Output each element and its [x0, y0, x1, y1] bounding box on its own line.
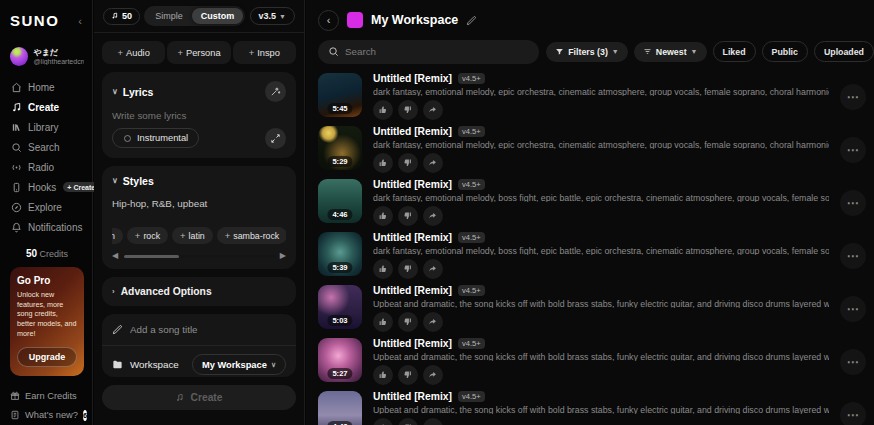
thumbs-up-button[interactable]: [373, 206, 393, 226]
song-title-input[interactable]: Add a song title: [102, 314, 296, 345]
song-row[interactable]: 5:39 Untitled [Remix] v4.5+ dark fantasy…: [318, 226, 874, 279]
share-button[interactable]: [423, 206, 443, 226]
thumbs-down-button[interactable]: [398, 365, 418, 385]
share-button[interactable]: [423, 100, 443, 120]
song-title[interactable]: Untitled [Remix]: [373, 232, 452, 243]
song-title[interactable]: Untitled [Remix]: [373, 73, 452, 84]
more-options-button[interactable]: ⋯: [840, 349, 866, 375]
sort-button[interactable]: Newest ▼: [634, 42, 707, 62]
sidebar-item-notifications[interactable]: Notifications: [10, 218, 84, 236]
thumbs-down-button[interactable]: [398, 259, 418, 279]
uploaded-filter-pill[interactable]: Uploaded: [814, 41, 874, 62]
song-thumbnail[interactable]: 5:45: [318, 73, 362, 117]
mode-custom[interactable]: Custom: [192, 8, 244, 24]
sidebar-item-hooks[interactable]: Hooks + Create: [10, 178, 84, 196]
song-row[interactable]: 5:03 Untitled [Remix] v4.5+ Upbeat and d…: [318, 279, 874, 332]
sidebar-item-create[interactable]: Create: [10, 98, 84, 116]
filters-button[interactable]: Filters (3) ▼: [546, 42, 628, 62]
song-title[interactable]: Untitled [Remix]: [373, 338, 452, 349]
scrollbar-thumb[interactable]: [124, 255, 179, 259]
song-title[interactable]: Untitled [Remix]: [373, 126, 452, 137]
sidebar-item-home[interactable]: Home: [10, 78, 84, 96]
styles-collapse-toggle[interactable]: ∨ Styles: [112, 175, 154, 187]
tab-persona[interactable]: + Persona: [167, 41, 230, 64]
edit-workspace-icon[interactable]: [466, 15, 477, 26]
song-row[interactable]: 5:45 Untitled [Remix] v4.5+ dark fantasy…: [318, 67, 874, 120]
song-row[interactable]: 5:29 Untitled [Remix] v4.5+ dark fantasy…: [318, 120, 874, 173]
song-row[interactable]: 4:48 Untitled [Remix] v4.5+ Upbeat and d…: [318, 385, 874, 425]
mode-simple[interactable]: Simple: [146, 8, 192, 24]
sidebar-item-search[interactable]: Search: [10, 138, 84, 156]
more-options-button[interactable]: ⋯: [840, 190, 866, 216]
sidebar-item-library[interactable]: Library: [10, 118, 84, 136]
scrollbar-track[interactable]: [122, 255, 276, 259]
lyrics-generate-button[interactable]: [265, 81, 286, 102]
song-thumbnail[interactable]: 4:48: [318, 391, 362, 425]
search-input[interactable]: Search: [318, 40, 539, 64]
thumbs-up-button[interactable]: [373, 418, 393, 425]
more-options-button[interactable]: ⋯: [840, 402, 866, 425]
tab-inspo[interactable]: + Inspo: [233, 41, 296, 64]
sidebar-item-radio[interactable]: Radio: [10, 158, 84, 176]
thumbs-up-button[interactable]: [373, 259, 393, 279]
song-title[interactable]: Untitled [Remix]: [373, 391, 452, 402]
song-row[interactable]: 5:27 Untitled [Remix] v4.5+ Upbeat and d…: [318, 332, 874, 385]
back-button[interactable]: ‹: [318, 10, 339, 31]
share-button[interactable]: [423, 312, 443, 332]
thumbs-down-button[interactable]: [398, 100, 418, 120]
lyrics-input[interactable]: Write some lyrics: [112, 110, 286, 121]
avatar[interactable]: [10, 47, 28, 66]
scroll-left-icon[interactable]: ◀: [112, 252, 118, 260]
tab-audio[interactable]: + Audio: [102, 41, 165, 64]
style-tag[interactable]: in: [112, 228, 123, 244]
workspace-color-swatch[interactable]: [347, 12, 363, 28]
suno-app: SUNO ‹ やまだ @lightheartedcrur Home Create…: [0, 0, 874, 425]
share-button[interactable]: [423, 153, 443, 173]
user-profile[interactable]: やまだ @lightheartedcrur: [10, 47, 84, 66]
more-options-button[interactable]: ⋯: [840, 296, 866, 322]
instrumental-toggle[interactable]: Instrumental: [112, 128, 199, 148]
credits-chip[interactable]: 50: [103, 8, 140, 25]
thumbs-up-button[interactable]: [373, 365, 393, 385]
share-button[interactable]: [423, 418, 443, 425]
more-options-button[interactable]: ⋯: [840, 137, 866, 163]
lyrics-expand-button[interactable]: [265, 128, 286, 149]
share-button[interactable]: [423, 259, 443, 279]
create-button[interactable]: Create: [102, 385, 296, 410]
thumbs-up-button[interactable]: [373, 312, 393, 332]
scroll-right-icon[interactable]: ▶: [280, 252, 286, 260]
song-thumbnail[interactable]: 5:03: [318, 285, 362, 329]
public-filter-pill[interactable]: Public: [762, 41, 808, 62]
sidebar-collapse-icon[interactable]: ‹: [76, 15, 84, 27]
liked-filter-pill[interactable]: Liked: [713, 41, 756, 62]
lyrics-collapse-toggle[interactable]: ∨ Lyrics: [112, 86, 153, 98]
song-row[interactable]: 4:46 Untitled [Remix] v4.5+ dark fantasy…: [318, 173, 874, 226]
song-thumbnail[interactable]: 4:46: [318, 179, 362, 223]
song-thumbnail[interactable]: 5:39: [318, 232, 362, 276]
thumbs-down-button[interactable]: [398, 418, 418, 425]
thumbs-down-button[interactable]: [398, 153, 418, 173]
thumbs-up-button[interactable]: [373, 153, 393, 173]
plus-icon: +: [117, 47, 123, 58]
whats-new-item[interactable]: What's new? 6: [10, 407, 84, 424]
workspace-selector[interactable]: My Workspace ∨: [192, 354, 286, 375]
style-tag[interactable]: + rock: [127, 227, 168, 244]
upgrade-button[interactable]: Upgrade: [17, 347, 77, 367]
song-thumbnail[interactable]: 5:27: [318, 338, 362, 382]
song-title[interactable]: Untitled [Remix]: [373, 179, 452, 190]
sidebar-item-explore[interactable]: Explore: [10, 198, 84, 216]
thumbs-down-button[interactable]: [398, 206, 418, 226]
share-button[interactable]: [423, 365, 443, 385]
styles-input[interactable]: Hip-hop, R&B, upbeat: [112, 198, 286, 209]
style-tag[interactable]: + latin: [172, 227, 213, 244]
thumbs-up-button[interactable]: [373, 100, 393, 120]
more-options-button[interactable]: ⋯: [840, 243, 866, 269]
more-options-button[interactable]: ⋯: [840, 84, 866, 110]
song-thumbnail[interactable]: 5:29: [318, 126, 362, 170]
song-title[interactable]: Untitled [Remix]: [373, 285, 452, 296]
style-tag[interactable]: + samba-rock: [217, 227, 286, 244]
model-version-dropdown[interactable]: v3.5 ▼: [250, 7, 295, 25]
advanced-options-toggle[interactable]: › Advanced Options: [102, 277, 296, 306]
thumbs-down-button[interactable]: [398, 312, 418, 332]
earn-credits-item[interactable]: Earn Credits: [10, 388, 84, 404]
